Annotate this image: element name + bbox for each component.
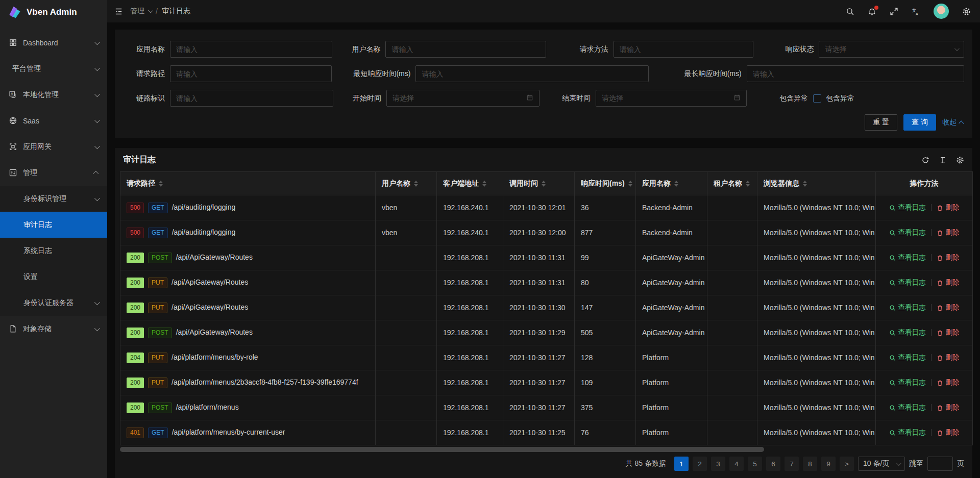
sort-icon[interactable] [803,181,807,187]
delete-button[interactable]: 删除 [937,228,960,237]
view-log-button[interactable]: 查看日志 [889,278,926,287]
sidebar-item-identity-server[interactable]: 身份认证服务器 [0,290,107,316]
sidebar-item-dashboard[interactable]: Dashboard [0,30,107,56]
page-button-6[interactable]: 6 [766,457,780,471]
max-response-time-input[interactable] [747,65,964,82]
status-badge: 200 [127,278,144,288]
collapse-form-link[interactable]: 收起 [942,118,964,127]
view-log-button[interactable]: 查看日志 [889,228,926,237]
pagination-total: 共 85 条数据 [626,459,666,468]
column-header-app-name[interactable]: 应用名称 [636,172,707,195]
page-button-1[interactable]: 1 [674,457,689,471]
delete-button[interactable]: 删除 [937,278,960,287]
end-time-datepicker[interactable]: 请选择 [596,90,747,107]
notification-bell-icon[interactable] [868,7,876,16]
page-button-8[interactable]: 8 [803,457,817,471]
app-name-input[interactable] [170,41,332,58]
scrollbar-thumb[interactable] [120,447,764,452]
view-log-button[interactable]: 查看日志 [889,378,926,387]
delete-button[interactable]: 删除 [937,328,960,337]
column-header-actions[interactable]: 操作方法 [876,172,973,195]
min-response-time-input[interactable] [415,65,648,82]
column-header-response-time[interactable]: 响应时间(ms) [575,172,636,195]
sort-icon[interactable] [674,181,678,187]
column-header-client-address[interactable]: 客户端地址 [437,172,503,195]
delete-button[interactable]: 删除 [937,403,960,412]
view-log-button[interactable]: 查看日志 [889,353,926,362]
sidebar-item-settings[interactable]: 设置 [0,264,107,290]
breadcrumb-item-management[interactable]: 管理 [130,7,152,16]
column-header-call-time[interactable]: 调用时间 [503,172,575,195]
view-log-button[interactable]: 查看日志 [889,203,926,212]
cell-request-path: 500GET/api/auditing/logging [120,195,376,220]
column-header-request-path[interactable]: 请求路径 [120,172,376,195]
column-header-browser-info[interactable]: 浏览器信息 [757,172,876,195]
sidebar-item-saas[interactable]: Saas [0,108,107,134]
view-log-button[interactable]: 查看日志 [889,253,926,262]
trace-id-input[interactable] [170,90,333,107]
sort-icon[interactable] [414,181,418,187]
sort-icon[interactable] [542,181,546,187]
include-exception-checkbox[interactable] [813,94,821,103]
request-path-text: /api/ApiGateway/Routes [172,278,248,286]
cell-tenant-name [707,320,757,345]
delete-button[interactable]: 删除 [937,353,960,362]
reset-button[interactable]: 重 置 [865,114,897,131]
sidebar-item-management[interactable]: 管理 [0,160,107,186]
view-log-button[interactable]: 查看日志 [889,303,926,312]
page-button-2[interactable]: 2 [693,457,707,471]
column-header-user-name[interactable]: 用户名称 [376,172,437,195]
request-path-text: /api/platform/menus [176,403,239,411]
page-button-7[interactable]: 7 [785,457,799,471]
column-settings-gear-icon[interactable] [956,156,964,164]
sidebar-item-identity-management[interactable]: 身份标识管理 [0,186,107,212]
page-button-5[interactable]: 5 [748,457,762,471]
sidebar-item-object-storage[interactable]: 对象存储 [0,316,107,342]
cell-browser-info: Mozilla/5.0 (Windows NT 10.0; Win [757,345,876,370]
view-log-button[interactable]: 查看日志 [889,403,926,412]
refresh-icon[interactable] [921,156,929,164]
sidebar-item-audit-log[interactable]: 审计日志 [0,212,107,238]
start-time-datepicker[interactable]: 请选择 [386,90,540,107]
page-button-4[interactable]: 4 [729,457,744,471]
view-log-button[interactable]: 查看日志 [889,328,926,337]
cell-app-name: Platform [636,395,707,420]
column-header-tenant-name[interactable]: 租户名称 [707,172,757,195]
sort-icon[interactable] [482,181,486,187]
cell-user-name [376,395,437,420]
view-log-button[interactable]: 查看日志 [889,428,926,437]
svg-text:A: A [916,11,919,15]
settings-gear-icon[interactable] [962,7,971,16]
page-size-select[interactable]: 10 条/页 [858,457,905,471]
field-label: 应用名称 [123,45,170,54]
sort-icon[interactable] [159,181,163,187]
sort-icon[interactable] [628,181,632,187]
delete-button[interactable]: 删除 [937,428,960,437]
translate-icon[interactable]: 文A [912,7,920,16]
user-name-input[interactable] [385,41,546,58]
response-status-select[interactable]: 请选择 [819,41,964,58]
request-method-input[interactable] [614,41,754,58]
sidebar-item-platform-management[interactable]: 平台管理 [0,56,107,82]
sort-icon[interactable] [746,181,750,187]
delete-button[interactable]: 删除 [937,303,960,312]
view-log-label: 查看日志 [898,353,926,362]
fullscreen-icon[interactable] [890,7,898,16]
page-button-3[interactable]: 3 [711,457,725,471]
sidebar-collapse-icon[interactable] [114,7,123,16]
sidebar-item-app-gateway[interactable]: 应用网关 [0,134,107,160]
next-page-button[interactable]: > [840,457,854,471]
jump-to-input[interactable] [927,457,953,471]
delete-button[interactable]: 删除 [937,253,960,262]
page-button-9[interactable]: 9 [821,457,836,471]
delete-button[interactable]: 删除 [937,203,960,212]
row-height-icon[interactable] [939,156,947,164]
request-path-input[interactable] [170,65,332,82]
delete-button[interactable]: 删除 [937,378,960,387]
avatar[interactable] [934,4,949,19]
sidebar-item-localization-management[interactable]: A本地化管理 [0,82,107,108]
search-button[interactable]: 查 询 [903,114,936,131]
sidebar-item-system-log[interactable]: 系统日志 [0,238,107,264]
search-icon[interactable] [846,7,854,16]
logo[interactable]: Vben Admin [0,0,107,24]
